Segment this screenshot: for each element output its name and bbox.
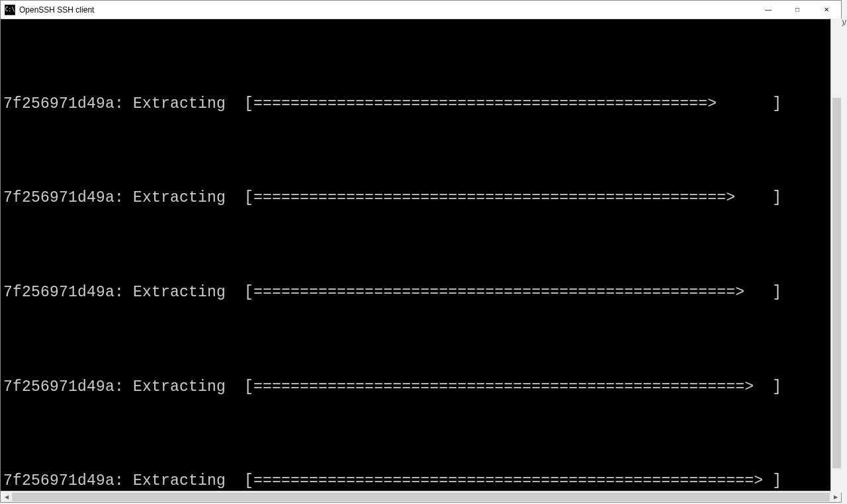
blank-line	[3, 328, 838, 352]
minimize-button[interactable]: —	[754, 1, 783, 19]
extracting-line: 7f256971d49a: Extracting [==============…	[3, 470, 838, 491]
vertical-scrollbar[interactable]	[830, 19, 842, 493]
window-title: OpenSSH SSH client	[19, 5, 94, 15]
background-fragment: )/	[842, 19, 847, 32]
blank-line	[3, 140, 838, 163]
extracting-line: 7f256971d49a: Extracting [==============…	[3, 281, 838, 305]
scroll-left-arrow-icon[interactable]: ◀	[1, 491, 12, 503]
maximize-button[interactable]: □	[783, 1, 812, 19]
scroll-right-arrow-icon[interactable]: ▶	[830, 491, 841, 503]
scroll-h-track[interactable]	[12, 491, 830, 503]
terminal-icon-glyph: C:\	[5, 7, 15, 13]
titlebar[interactable]: C:\ OpenSSH SSH client — □ ✕	[1, 1, 841, 19]
terminal-output[interactable]: 7f256971d49a: Extracting [==============…	[1, 19, 841, 491]
extracting-line: 7f256971d49a: Extracting [==============…	[3, 187, 838, 210]
blank-line	[3, 234, 838, 258]
terminal-icon: C:\	[5, 5, 15, 15]
blank-line	[3, 423, 838, 446]
close-button[interactable]: ✕	[812, 1, 841, 19]
scroll-h-thumb[interactable]	[12, 493, 830, 501]
horizontal-scrollbar[interactable]: ◀ ▶	[1, 491, 841, 502]
ssh-client-window: C:\ OpenSSH SSH client — □ ✕ 7f256971d49…	[0, 0, 842, 503]
extracting-line: 7f256971d49a: Extracting [==============…	[3, 376, 838, 399]
scroll-v-thumb[interactable]	[832, 98, 841, 468]
blank-line	[3, 46, 838, 69]
extracting-line: 7f256971d49a: Extracting [==============…	[3, 93, 838, 116]
